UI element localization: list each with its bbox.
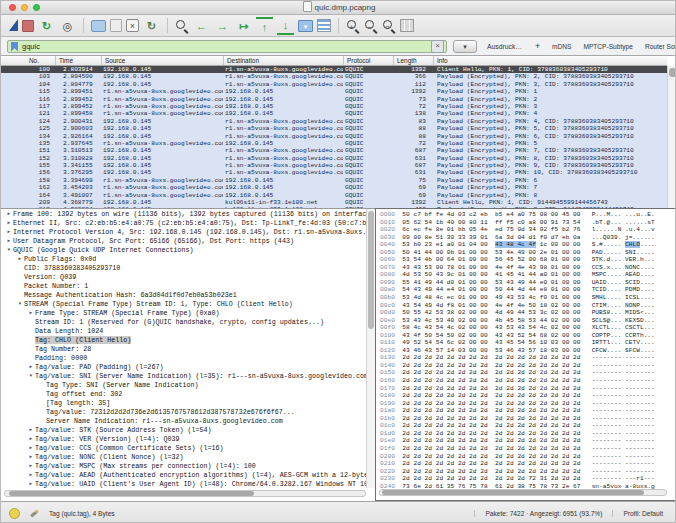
packet-list-scrollbar-thumb[interactable]: [669, 68, 676, 77]
close-capture-icon[interactable]: ×: [126, 19, 139, 32]
hex-row[interactable]: 00b0 53 4d 48 4c ec 01 00 00 49 43 53 4c…: [380, 294, 673, 302]
packet-row[interactable]: 1212.899458r1.sn-a5vuxa-8uxs.googlevideo…: [1, 110, 667, 117]
detail-row[interactable]: Data Length: 1024: [1, 326, 375, 335]
expand-right-icon[interactable]: ▶: [5, 236, 13, 245]
detail-row[interactable]: ▶Internet Protocol Version 4, Src: 192.1…: [1, 227, 375, 236]
hex-hscrollbar-thumb[interactable]: [382, 490, 644, 495]
expression-button[interactable]: Ausdruck…: [483, 40, 526, 53]
detail-row[interactable]: ▶Tag/value: STK (Source Address Token) (…: [1, 425, 375, 434]
expand-right-icon[interactable]: ▶: [27, 479, 35, 488]
hex-row[interactable]: 0130 2d 2d 2d 2d 2d 2d 2d 2d 2d 2d 2d 2d…: [380, 354, 673, 362]
last-packet-icon[interactable]: ↓: [277, 17, 294, 35]
expand-right-icon[interactable]: ▶: [27, 362, 35, 371]
packet-row[interactable]: 1172.899452r1.sn-a5vuxa-8uxs.googlevideo…: [1, 103, 667, 110]
packet-row[interactable]: 1152.899451r1.sn-a5vuxa-8uxs.googlevideo…: [1, 88, 667, 95]
hex-row[interactable]: 01c0 2d 2d 2d 2d 2d 2d 2d 2d 2d 2d 2d 2d…: [380, 422, 673, 430]
hex-row[interactable]: 01f0 2d 2d 2d 2d 2d 2d 2d 2d 2d 2d 2d 2d…: [380, 445, 673, 453]
hex-row[interactable]: 01a0 2d 2d 2d 2d 2d 2d 2d 2d 2d 2d 2d 2d…: [380, 407, 673, 415]
hex-row[interactable]: 0190 2d 2d 2d 2d 2d 2d 2d 2d 2d 2d 2d 2d…: [380, 400, 673, 408]
expand-down-icon[interactable]: ▼: [27, 371, 35, 380]
packet-row[interactable]: 1623.454203r1.sn-a5vuxa-8uxs.googlevideo…: [1, 184, 667, 191]
hex-row[interactable]: 0050 50 41 44 00 0b 01 00 00 53 4e 49 00…: [380, 249, 673, 257]
detail-row[interactable]: ▼GQUIC (Google Quick UDP Internet Connec…: [1, 245, 375, 254]
detail-row[interactable]: ▶Public Flags: 0x0d: [1, 254, 375, 263]
stop-capture-icon[interactable]: [22, 20, 34, 32]
expand-right-icon[interactable]: ▶: [27, 308, 35, 317]
detail-row[interactable]: Tag Type: SNI (Server Name Indication): [1, 380, 375, 389]
hex-row[interactable]: 0200 2d 2d 2d 2d 2d 2d 2d 2d 2d 2d 2d 2d…: [380, 453, 673, 461]
hex-row[interactable]: 0180 2d 2d 2d 2d 2d 2d 2d 2d 2d 2d 2d 2d…: [380, 392, 673, 400]
expand-right-icon[interactable]: ▶: [27, 470, 35, 479]
detail-row[interactable]: ▶Frame Type: STREAM (Special Frame Type)…: [1, 308, 375, 317]
save-capture-icon[interactable]: [110, 19, 122, 32]
bookmark-icon[interactable]: [11, 42, 18, 52]
column-no[interactable]: No.: [1, 56, 55, 65]
expand-down-icon[interactable]: ▼: [5, 245, 13, 254]
packet-row[interactable]: 2094.368779192.168.0.145kul06s11-in-f33.…: [1, 199, 667, 206]
hex-row[interactable]: 00a0 54 43 49 44 e4 01 00 00 50 44 4d 44…: [380, 286, 673, 294]
filter-shortcut-router-solicitation[interactable]: Router Solicitation: [639, 40, 676, 53]
first-packet-icon[interactable]: ↑: [256, 17, 273, 35]
hex-row[interactable]: 00c0 43 54 49 4d f8 01 00 00 4e 4f 4e 50…: [380, 302, 673, 310]
column-length[interactable]: Length: [393, 56, 433, 65]
packet-row[interactable]: 1523.310828192.168.0.145r1.sn-a5vuxa-8ux…: [1, 155, 667, 162]
capture-options-icon[interactable]: ◎: [59, 18, 76, 34]
start-capture-icon[interactable]: [9, 19, 18, 31]
detail-row[interactable]: ▶User Datagram Protocol, Src Port: 65166…: [1, 236, 375, 245]
hex-row[interactable]: 0080 4d 53 50 43 9c 01 00 00 41 45 41 44…: [380, 271, 673, 279]
go-to-packet-icon[interactable]: ↦: [235, 18, 252, 34]
expand-down-icon[interactable]: ▼: [16, 299, 24, 308]
detail-row[interactable]: ▶Tag/value: AEAD (Authenticated encrypti…: [1, 470, 375, 479]
expand-right-icon[interactable]: ▶: [27, 461, 35, 470]
packet-row[interactable]: 1352.937645r1.sn-a5vuxa-8uxs.googlevideo…: [1, 140, 667, 147]
detail-row[interactable]: ▶Frame 100: 1392 bytes on wire (11136 bi…: [1, 209, 375, 218]
packet-list-header[interactable]: No. Time Source Destination Protocol Len…: [1, 56, 667, 66]
hex-row[interactable]: 0140 2d 2d 2d 2d 2d 2d 2d 2d 2d 2d 2d 2d…: [380, 362, 673, 370]
hex-hscrollbar[interactable]: [379, 489, 667, 496]
detail-row[interactable]: [Tag length: 35]: [1, 398, 375, 407]
hex-row[interactable]: 0020 6c ec fe 8e 01 bb 05 4e ed 75 0d 34…: [380, 226, 673, 234]
hex-row[interactable]: 0030 09 00 8e 51 30 33 39 01 6a 3d 04 d1…: [380, 234, 673, 242]
clear-filter-icon[interactable]: ×: [431, 40, 444, 53]
find-packet-icon[interactable]: [175, 19, 189, 33]
detail-row[interactable]: Message Authentication Hash: 6a3d04d1f0d…: [1, 290, 375, 299]
column-time[interactable]: Time: [55, 56, 101, 65]
packet-row[interactable]: 1032.804500192.168.0.145r1.sn-a5vuxa-8ux…: [1, 73, 667, 80]
details-hscrollbar[interactable]: [4, 490, 366, 497]
hex-row[interactable]: 0110 49 52 54 54 6c 02 00 00 43 45 54 56…: [380, 339, 673, 347]
hex-row[interactable]: 0150 2d 2d 2d 2d 2d 2d 2d 2d 2d 2d 2d 2d…: [380, 369, 673, 377]
detail-row[interactable]: Tag: CHLO (Client Hello): [1, 335, 375, 344]
restart-capture-icon[interactable]: ↻: [38, 18, 55, 34]
display-filter-input[interactable]: [22, 42, 431, 51]
detail-row[interactable]: Tag offset end: 302: [1, 389, 375, 398]
detail-row[interactable]: Tag/value: 72312d2d2d736e2d6135767578612…: [1, 407, 375, 416]
column-protocol[interactable]: Protocol: [343, 56, 393, 65]
reload-capture-icon[interactable]: ↻: [143, 18, 160, 34]
hex-row[interactable]: 0010 05 62 54 1b 40 00 80 11 ff f5 c0 a8…: [380, 219, 673, 227]
expand-right-icon[interactable]: ▶: [5, 209, 13, 218]
packet-row[interactable]: 1513.310513192.168.0.145r1.sn-a5vuxa-8ux…: [1, 147, 667, 154]
hex-row[interactable]: 0170 2d 2d 2d 2d 2d 2d 2d 2d 2d 2d 2d 2d…: [380, 385, 673, 393]
packet-row[interactable]: 1002.803914192.168.0.145r1.sn-a5vuxa-8ux…: [1, 66, 667, 73]
detail-row[interactable]: Padding: 0000: [1, 353, 375, 362]
detail-row[interactable]: ▶Tag/value: CCS (Common Certificate Sets…: [1, 443, 375, 452]
zoom-in-icon[interactable]: +: [346, 19, 360, 33]
hex-row[interactable]: 0070 43 43 53 00 78 01 00 00 4e 4f 4e 43…: [380, 264, 673, 272]
packet-row[interactable]: 1643.491007r1.sn-a5vuxa-8uxs.googlevideo…: [1, 192, 667, 199]
filter-dropdown-button[interactable]: ▾: [453, 40, 477, 53]
hex-row[interactable]: 00f0 58 4c 43 54 4c 02 00 00 43 53 43 54…: [380, 324, 673, 332]
packet-row[interactable]: 1342.926164192.168.0.145r1.sn-a5vuxa-8ux…: [1, 133, 667, 140]
hex-row[interactable]: 0040 53 b0 23 e1 a0 01 04 00 43 48 4c 4f…: [380, 241, 673, 249]
hex-row[interactable]: 0060 53 54 4b 00 64 01 00 00 56 45 52 00…: [380, 256, 673, 264]
hex-row[interactable]: 0210 2d 2d 2d 2d 2d 2d 2d 2d 2d 2d 2d 2d…: [380, 460, 673, 468]
detail-row[interactable]: ▶Tag/value: UAID (Client's User Agent ID…: [1, 479, 375, 488]
packet-row[interactable]: 1042.804779192.168.0.145r1.sn-a5vuxa-8ux…: [1, 81, 667, 88]
detail-row[interactable]: ▶Tag/value: VER (Version) (l=4): Q039: [1, 434, 375, 443]
details-scrollbar-thumb[interactable]: [368, 211, 374, 329]
auto-scroll-icon[interactable]: [298, 20, 313, 32]
resize-columns-icon[interactable]: [400, 19, 414, 32]
packet-row[interactable]: 1242.900431192.168.0.145r1.sn-a5vuxa-8ux…: [1, 118, 667, 125]
detail-row[interactable]: ▶Ethernet II, Src: c2:eb:b5:e4:a0:75 (c2…: [1, 218, 375, 227]
zoom-out-icon[interactable]: −: [364, 19, 378, 33]
detail-row[interactable]: ▶Tag/value: NONC (Client Nonce) (l=32): [1, 452, 375, 461]
